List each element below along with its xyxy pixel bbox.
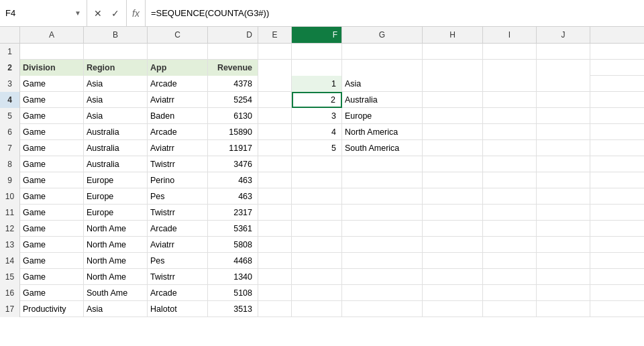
cell-13-C[interactable]: Aviatrr <box>148 237 208 253</box>
cell-15-E[interactable] <box>258 269 292 285</box>
cell-15-F[interactable] <box>292 269 342 285</box>
cell-11-H[interactable] <box>423 205 483 221</box>
cell-2-H[interactable] <box>423 60 483 76</box>
cell-2-G[interactable] <box>342 60 423 76</box>
cell-4-C[interactable]: Aviatrr <box>148 92 208 108</box>
cell-2-A[interactable]: Division <box>20 60 84 76</box>
cell-6-F[interactable]: 4 <box>292 124 342 140</box>
cell-16-H[interactable] <box>423 285 483 301</box>
cell-12-D[interactable]: 5361 <box>208 221 258 237</box>
cell-4-F[interactable]: 2 <box>292 92 342 108</box>
cell-10-I[interactable] <box>483 188 537 205</box>
cell-11-I[interactable] <box>483 205 537 221</box>
cell-1-I[interactable] <box>483 44 537 60</box>
col-header-B[interactable]: B <box>84 27 148 43</box>
formula-bar[interactable]: =SEQUENCE(COUNTA(G3#)) <box>146 0 644 26</box>
cell-13-J[interactable] <box>537 237 590 253</box>
cell-13-G[interactable] <box>342 237 423 253</box>
cell-7-H[interactable] <box>423 140 483 156</box>
cell-12-F[interactable] <box>292 221 342 237</box>
cell-9-B[interactable]: Europe <box>84 172 148 188</box>
cell-10-A[interactable]: Game <box>20 188 84 205</box>
name-box[interactable]: F4 ▼ <box>0 0 87 26</box>
cell-6-A[interactable]: Game <box>20 124 84 140</box>
cell-5-G[interactable]: Europe <box>342 108 423 124</box>
cell-14-A[interactable]: Game <box>20 253 84 269</box>
cell-6-E[interactable] <box>258 124 292 140</box>
cell-15-A[interactable]: Game <box>20 269 84 285</box>
cancel-icon[interactable]: ✕ <box>91 7 105 20</box>
cell-9-D[interactable]: 463 <box>208 172 258 188</box>
cell-5-B[interactable]: Asia <box>84 108 148 124</box>
cell-11-C[interactable]: Twistrr <box>148 205 208 221</box>
cell-16-A[interactable]: Game <box>20 285 84 301</box>
cell-8-F[interactable] <box>292 156 342 172</box>
cell-4-E[interactable] <box>258 92 292 108</box>
cell-3-A[interactable]: Game <box>20 76 84 92</box>
cell-5-I[interactable] <box>483 108 537 124</box>
cell-6-H[interactable] <box>423 124 483 140</box>
cell-10-C[interactable]: Pes <box>148 188 208 205</box>
cell-17-J[interactable] <box>537 301 590 317</box>
cell-11-J[interactable] <box>537 205 590 221</box>
cell-11-B[interactable]: Europe <box>84 205 148 221</box>
cell-4-A[interactable]: Game <box>20 92 84 108</box>
cell-15-I[interactable] <box>483 269 537 285</box>
cell-11-E[interactable] <box>258 205 292 221</box>
cell-1-G[interactable] <box>342 44 423 60</box>
cell-6-G[interactable]: North America <box>342 124 423 140</box>
col-header-H[interactable]: H <box>423 27 483 43</box>
cell-8-B[interactable]: Australia <box>84 156 148 172</box>
cell-3-H[interactable] <box>423 76 483 92</box>
cell-7-F[interactable]: 5 <box>292 140 342 156</box>
cell-1-F[interactable] <box>292 44 342 60</box>
cell-9-F[interactable] <box>292 172 342 188</box>
cell-14-H[interactable] <box>423 253 483 269</box>
cell-2-B[interactable]: Region <box>84 60 148 76</box>
cell-4-J[interactable] <box>537 92 590 108</box>
cell-14-F[interactable] <box>292 253 342 269</box>
cell-12-I[interactable] <box>483 221 537 237</box>
cell-10-G[interactable] <box>342 188 423 205</box>
cell-4-I[interactable] <box>483 92 537 108</box>
cell-3-F[interactable]: 1 <box>292 76 342 92</box>
cell-12-H[interactable] <box>423 221 483 237</box>
cell-13-A[interactable]: Game <box>20 237 84 253</box>
cell-16-I[interactable] <box>483 285 537 301</box>
col-header-D[interactable]: D <box>208 27 258 43</box>
cell-12-E[interactable] <box>258 221 292 237</box>
cell-8-E[interactable] <box>258 156 292 172</box>
cell-17-I[interactable] <box>483 301 537 317</box>
col-header-E[interactable]: E <box>258 27 292 43</box>
cell-17-A[interactable]: Productivity <box>20 301 84 317</box>
cell-8-J[interactable] <box>537 156 590 172</box>
col-header-A[interactable]: A <box>20 27 84 43</box>
cell-17-E[interactable] <box>258 301 292 317</box>
cell-16-E[interactable] <box>258 285 292 301</box>
cell-10-F[interactable] <box>292 188 342 205</box>
cell-7-B[interactable]: Australia <box>84 140 148 156</box>
cell-16-C[interactable]: Arcade <box>148 285 208 301</box>
cell-8-C[interactable]: Twistrr <box>148 156 208 172</box>
cell-13-F[interactable] <box>292 237 342 253</box>
cell-11-F[interactable] <box>292 205 342 221</box>
cell-15-G[interactable] <box>342 269 423 285</box>
cell-15-H[interactable] <box>423 269 483 285</box>
cell-1-H[interactable] <box>423 44 483 60</box>
cell-7-E[interactable] <box>258 140 292 156</box>
cell-1-A[interactable] <box>20 44 84 60</box>
cell-3-G[interactable]: Asia <box>342 76 423 92</box>
cell-14-B[interactable]: North Ame <box>84 253 148 269</box>
cell-15-D[interactable]: 1340 <box>208 269 258 285</box>
cell-10-B[interactable]: Europe <box>84 188 148 205</box>
cell-14-C[interactable]: Pes <box>148 253 208 269</box>
cell-15-J[interactable] <box>537 269 590 285</box>
cell-2-C[interactable]: App <box>148 60 208 76</box>
cell-17-C[interactable]: Halotot <box>148 301 208 317</box>
cell-17-F[interactable] <box>292 301 342 317</box>
cell-14-I[interactable] <box>483 253 537 269</box>
cell-9-H[interactable] <box>423 172 483 188</box>
cell-16-D[interactable]: 5108 <box>208 285 258 301</box>
cell-15-C[interactable]: Twistrr <box>148 269 208 285</box>
cell-8-I[interactable] <box>483 156 537 172</box>
